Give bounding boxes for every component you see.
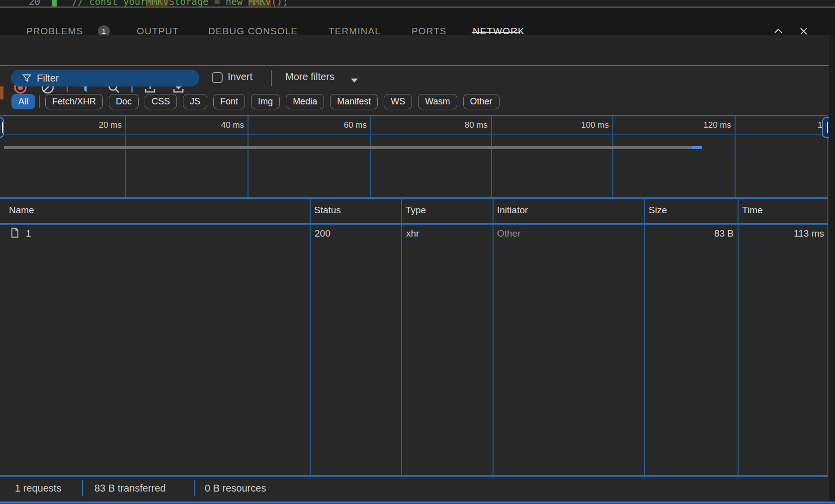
timeline-bottom-border xyxy=(0,197,828,199)
overview-waterfall-bar-tip xyxy=(692,146,702,150)
invert-label[interactable]: Invert xyxy=(228,71,252,83)
column-header-initiator[interactable]: Initiator xyxy=(497,205,528,216)
vscode-bottom-panel: 20 // const yourMMKVStorage = new MMKV()… xyxy=(0,0,835,504)
grip-line xyxy=(827,122,828,133)
timeline-tick-label: 60 ms xyxy=(322,120,367,130)
overview-left-drag-handle[interactable] xyxy=(0,117,4,138)
timeline-gridline xyxy=(248,116,249,197)
chip-wasm[interactable]: Wasm xyxy=(418,94,457,109)
panel-right-border xyxy=(827,116,828,475)
code-line: // const yourMMKVStorage = new MMKV(); xyxy=(72,0,288,6)
search-match-highlight: MMKV xyxy=(146,0,169,6)
document-icon xyxy=(11,228,19,240)
chevron-down-icon xyxy=(351,79,358,83)
overview-waterfall-bar xyxy=(4,146,692,149)
chip-js[interactable]: JS xyxy=(183,94,207,109)
cell-name: 1 xyxy=(26,228,31,239)
timeline-gridline xyxy=(735,116,736,197)
toolbar-bottom-border xyxy=(0,65,829,66)
chip-css[interactable]: CSS xyxy=(145,94,177,109)
search-match-highlight: MMKV xyxy=(249,0,271,6)
timeline-gridline xyxy=(491,116,492,197)
chip-ws[interactable]: WS xyxy=(384,94,412,109)
timeline-tick-label: 120 ms xyxy=(686,120,731,130)
filter-row-separator xyxy=(271,70,272,86)
network-toolbar xyxy=(0,35,835,65)
line-number: 20 xyxy=(29,0,40,6)
cell-type: xhr xyxy=(406,228,419,239)
timeline-gridline xyxy=(125,116,126,197)
bottom-accent-border xyxy=(0,502,835,504)
timeline-tick-label: 40 ms xyxy=(199,120,244,130)
filter-input[interactable] xyxy=(37,71,191,85)
status-separator xyxy=(82,480,83,496)
timeline-gridline xyxy=(612,116,613,197)
cell-time: 113 ms xyxy=(738,228,824,239)
column-header-status[interactable]: Status xyxy=(314,205,341,216)
cell-initiator: Other xyxy=(497,228,521,239)
chip-fetch-xhr[interactable]: Fetch/XHR xyxy=(45,94,103,109)
chip-all[interactable]: All xyxy=(11,94,35,109)
cell-status: 200 xyxy=(315,228,331,239)
modified-line-gutter-indicator xyxy=(52,0,57,6)
invert-checkbox[interactable] xyxy=(212,72,223,83)
filter-input-pill[interactable] xyxy=(11,70,199,86)
chip-other[interactable]: Other xyxy=(463,94,500,109)
chip-font[interactable]: Font xyxy=(213,94,245,109)
chips-separator xyxy=(39,95,40,108)
column-divider xyxy=(644,198,645,475)
status-separator xyxy=(194,480,195,496)
resources-summary: 0 B resources xyxy=(205,483,266,494)
chip-manifest[interactable]: Manifest xyxy=(330,94,378,109)
panel-tab-bar: PROBLEMS 1 OUTPUT DEBUG CONSOLE TERMINAL… xyxy=(0,8,835,35)
left-edge-decoration xyxy=(0,86,3,99)
column-header-time[interactable]: Time xyxy=(742,205,763,216)
timeline-gridline xyxy=(370,116,371,197)
active-tab-underline xyxy=(472,32,520,33)
timeline-tick-label: 80 ms xyxy=(443,120,488,130)
header-bottom-border xyxy=(0,223,828,225)
editor-strip: 20 // const yourMMKVStorage = new MMKV()… xyxy=(0,0,835,6)
requests-count-summary: 1 requests xyxy=(15,483,61,494)
column-divider xyxy=(401,198,402,475)
right-edge-gutter xyxy=(829,35,835,502)
timeline-tick-label: 20 ms xyxy=(77,120,122,130)
ruler-bottom-line xyxy=(0,134,827,135)
cell-size: 83 B xyxy=(644,228,734,239)
resource-type-chips: Fetch/XHR Doc CSS JS Font Img Media Mani… xyxy=(45,94,500,109)
column-divider xyxy=(493,198,494,475)
column-header-type[interactable]: Type xyxy=(406,205,426,216)
timeline-tick-label: 100 ms xyxy=(564,120,609,130)
chip-media[interactable]: Media xyxy=(286,94,324,109)
chip-img[interactable]: Img xyxy=(251,94,280,109)
chip-doc[interactable]: Doc xyxy=(109,94,139,109)
more-filters-button[interactable]: More filters xyxy=(285,71,334,83)
column-header-size[interactable]: Size xyxy=(649,205,667,216)
transferred-summary: 83 B transferred xyxy=(94,483,166,494)
filter-funnel-small-icon xyxy=(22,73,32,83)
column-divider xyxy=(310,198,311,475)
timeline-top-border xyxy=(0,115,828,116)
grip-line xyxy=(2,122,3,133)
column-header-name[interactable]: Name xyxy=(9,205,34,216)
table-bottom-border xyxy=(0,475,828,477)
column-divider xyxy=(738,198,739,475)
